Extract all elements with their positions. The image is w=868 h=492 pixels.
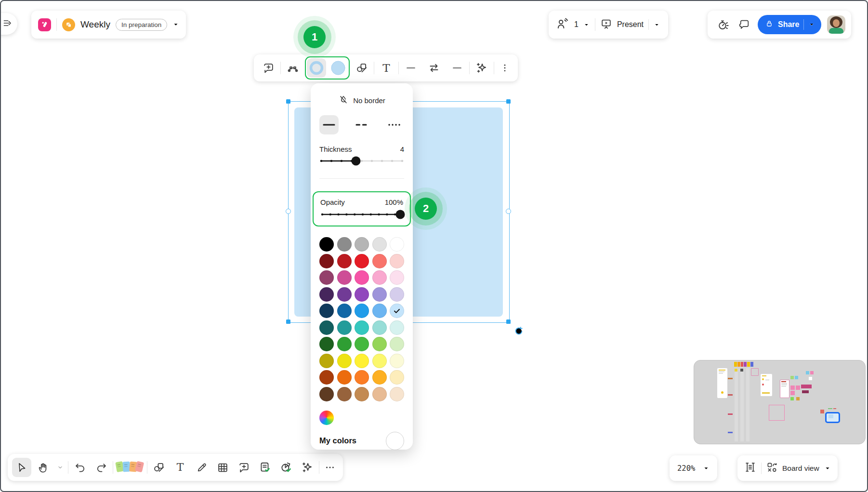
text-tool-button[interactable]: T bbox=[377, 58, 396, 78]
color-swatch[interactable] bbox=[372, 304, 387, 318]
pen-tool-button[interactable] bbox=[192, 458, 211, 477]
no-border-option[interactable]: No border bbox=[319, 92, 404, 108]
add-custom-color-button[interactable] bbox=[386, 432, 404, 450]
color-swatch[interactable] bbox=[390, 304, 404, 318]
resize-handle-sw[interactable] bbox=[286, 319, 290, 324]
sticky-notes-button[interactable] bbox=[115, 458, 145, 477]
color-swatch[interactable] bbox=[390, 270, 404, 285]
color-swatch[interactable] bbox=[372, 354, 387, 368]
more-tools-button[interactable] bbox=[321, 458, 339, 477]
color-swatch[interactable] bbox=[337, 337, 352, 351]
color-swatch[interactable] bbox=[372, 237, 387, 252]
view-chevron-icon[interactable] bbox=[824, 465, 831, 472]
color-swatch[interactable] bbox=[390, 254, 404, 268]
redo-button[interactable] bbox=[92, 458, 111, 477]
color-swatch[interactable] bbox=[319, 304, 334, 318]
charts-tool-button[interactable] bbox=[276, 458, 296, 477]
color-swatch[interactable] bbox=[372, 320, 387, 335]
board-view-label[interactable]: Board view bbox=[782, 464, 819, 473]
minimap[interactable] bbox=[694, 360, 866, 444]
line-tool-button[interactable] bbox=[401, 58, 421, 78]
color-swatch[interactable] bbox=[337, 370, 352, 385]
color-swatch[interactable] bbox=[390, 370, 404, 385]
collaborators-icon[interactable] bbox=[556, 17, 569, 32]
color-swatch[interactable] bbox=[372, 254, 387, 268]
rotate-handle-icon[interactable] bbox=[513, 326, 524, 338]
color-swatch[interactable] bbox=[355, 270, 369, 285]
present-chevron-icon[interactable] bbox=[654, 21, 660, 28]
dashed-line-option[interactable] bbox=[352, 115, 371, 134]
arrows-swap-button[interactable] bbox=[423, 58, 445, 78]
color-swatch[interactable] bbox=[319, 337, 334, 351]
color-swatch[interactable] bbox=[372, 287, 387, 302]
resize-handle-ne[interactable] bbox=[506, 99, 511, 104]
color-swatch[interactable] bbox=[319, 237, 334, 252]
frames-panel-icon[interactable] bbox=[744, 461, 756, 475]
color-swatch[interactable] bbox=[319, 287, 334, 302]
color-swatch[interactable] bbox=[355, 237, 369, 252]
color-swatch[interactable] bbox=[390, 337, 404, 351]
fill-color-button[interactable] bbox=[329, 58, 348, 78]
status-badge[interactable]: In preparation bbox=[116, 19, 167, 31]
color-swatch[interactable] bbox=[319, 370, 334, 385]
color-swatch[interactable] bbox=[355, 320, 369, 335]
color-swatch[interactable] bbox=[372, 337, 387, 351]
undo-button[interactable] bbox=[70, 458, 90, 477]
color-swatch[interactable] bbox=[355, 354, 369, 368]
minimap-viewport[interactable] bbox=[825, 412, 840, 423]
board-menu-chevron-icon[interactable] bbox=[172, 21, 179, 28]
color-swatch[interactable] bbox=[319, 387, 334, 401]
color-swatch[interactable] bbox=[390, 320, 404, 335]
resize-handle-nw[interactable] bbox=[286, 99, 290, 104]
color-swatch[interactable] bbox=[337, 270, 352, 285]
color-swatch[interactable] bbox=[337, 354, 352, 368]
present-label[interactable]: Present bbox=[617, 20, 644, 29]
color-swatch[interactable] bbox=[390, 387, 404, 401]
resize-handle-w[interactable] bbox=[286, 209, 291, 214]
color-swatch[interactable] bbox=[337, 287, 352, 302]
color-swatch[interactable] bbox=[337, 304, 352, 318]
color-swatch[interactable] bbox=[372, 370, 387, 385]
more-options-button[interactable] bbox=[497, 58, 513, 78]
color-swatch[interactable] bbox=[337, 320, 352, 335]
ai-magic-button[interactable] bbox=[472, 58, 491, 78]
color-swatch[interactable] bbox=[337, 237, 352, 252]
text-tool-button-bottom[interactable]: T bbox=[171, 458, 190, 477]
resize-handle-se[interactable] bbox=[506, 319, 511, 324]
resize-handle-e[interactable] bbox=[506, 209, 511, 214]
color-swatch[interactable] bbox=[372, 270, 387, 285]
ai-tools-button[interactable] bbox=[298, 458, 317, 477]
color-swatch[interactable] bbox=[390, 354, 404, 368]
color-swatch[interactable] bbox=[319, 254, 334, 268]
whiteboard-canvas[interactable]: Weekly In preparation 1 T bbox=[0, 0, 868, 492]
board-title[interactable]: Weekly bbox=[80, 19, 110, 30]
color-swatch[interactable] bbox=[355, 304, 369, 318]
opacity-slider[interactable] bbox=[320, 208, 405, 221]
timer-icon[interactable] bbox=[714, 15, 731, 34]
line-tool-2-button[interactable] bbox=[447, 58, 467, 78]
share-button[interactable]: Share bbox=[758, 15, 821, 34]
shapes-tool-button[interactable] bbox=[149, 458, 169, 477]
comment-tool-button[interactable] bbox=[234, 458, 253, 477]
border-color-button[interactable] bbox=[307, 58, 326, 78]
user-avatar[interactable] bbox=[827, 15, 845, 34]
hand-tool-button[interactable] bbox=[33, 458, 53, 477]
color-swatch[interactable] bbox=[390, 287, 404, 302]
color-swatch[interactable] bbox=[390, 237, 404, 252]
dotted-line-option[interactable] bbox=[385, 115, 404, 134]
color-swatch[interactable] bbox=[355, 254, 369, 268]
color-swatch[interactable] bbox=[372, 387, 387, 401]
color-swatch[interactable] bbox=[355, 387, 369, 401]
share-chevron-icon[interactable] bbox=[808, 21, 815, 28]
connector-tool-button[interactable] bbox=[283, 58, 302, 78]
color-swatch[interactable] bbox=[355, 287, 369, 302]
color-swatch[interactable] bbox=[319, 354, 334, 368]
zoom-level[interactable]: 220% bbox=[677, 464, 695, 473]
custom-color-wheel-button[interactable] bbox=[319, 411, 334, 425]
select-tool-button[interactable] bbox=[12, 458, 31, 477]
shape-style-button[interactable] bbox=[352, 58, 371, 78]
color-swatch[interactable] bbox=[355, 370, 369, 385]
app-logo-icon[interactable] bbox=[38, 18, 51, 31]
comments-icon[interactable] bbox=[736, 15, 752, 34]
table-tool-button[interactable] bbox=[213, 458, 232, 477]
